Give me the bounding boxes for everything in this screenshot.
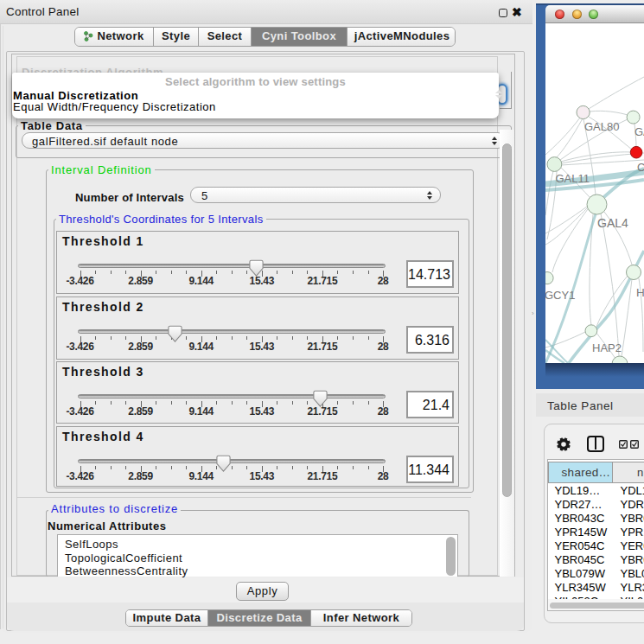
svg-text:HAP2: HAP2 bbox=[592, 341, 622, 354]
svg-text:C: C bbox=[637, 161, 644, 174]
svg-text:GAL4: GAL4 bbox=[597, 216, 628, 230]
svg-text:GA: GA bbox=[634, 125, 644, 138]
svg-text:GCY1: GCY1 bbox=[545, 289, 575, 302]
svg-text:GAL80: GAL80 bbox=[584, 120, 619, 133]
svg-text:H: H bbox=[636, 286, 644, 299]
svg-text:GAL11: GAL11 bbox=[556, 172, 590, 185]
